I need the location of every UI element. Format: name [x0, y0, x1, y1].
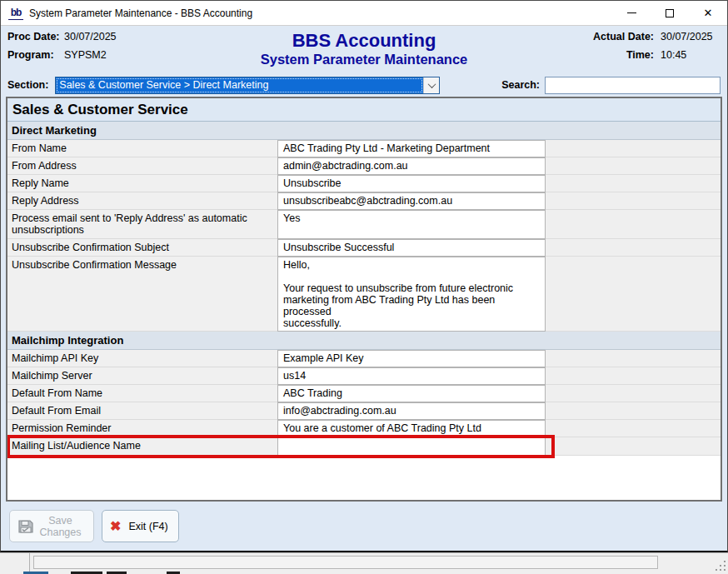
table-row: Mailchimp API KeyExample API Key — [7, 350, 721, 367]
table-row: Unsubscribe Confirmation SubjectUnsubscr… — [7, 239, 721, 257]
param-label: Mailchimp Server — [7, 367, 277, 385]
bbs-logo-icon: bb — [8, 7, 23, 20]
time-label: Time: — [626, 49, 654, 61]
param-label: Unsubscribe Confirmation Subject — [7, 239, 277, 257]
button-bar: Save Changes ✖ Exit (F4) — [1, 502, 727, 551]
param-value-field[interactable]: Example API Key — [277, 350, 546, 367]
param-spare-cell — [546, 420, 721, 437]
param-spare-cell — [546, 140, 721, 157]
param-label: Mailing List/Audience Name — [7, 437, 277, 456]
section-dropdown-value[interactable]: Sales & Customer Service > Direct Market… — [56, 77, 423, 93]
param-value-field[interactable]: You are a customer of ABC Trading Pty Lt… — [277, 420, 546, 437]
save-changes-label: Save Changes — [37, 515, 83, 538]
param-spare-cell — [546, 402, 721, 420]
group-header: Mailchimp Integration — [7, 332, 721, 350]
param-label: Mailchimp API Key — [7, 350, 277, 367]
time-value: 10:45 — [661, 49, 721, 61]
param-spare-cell — [546, 210, 721, 239]
param-value-field[interactable]: Yes — [277, 210, 546, 239]
parameter-table-body: Direct MarketingFrom NameABC Trading Pty… — [7, 122, 721, 456]
close-button[interactable]: ✕ — [689, 1, 727, 25]
param-spare-cell — [546, 367, 721, 385]
table-row: Reply Addressunsubscribeabc@abctrading.c… — [7, 192, 721, 210]
proc-date-label: Proc Date: — [7, 31, 64, 42]
param-spare-cell — [546, 437, 721, 456]
save-changes-button[interactable]: Save Changes — [9, 510, 94, 542]
background-statusbar — [0, 552, 728, 574]
app-window: bb System Parameter Maintenance - BBS Ac… — [0, 0, 728, 552]
close-icon: ✕ — [704, 7, 713, 18]
param-value-field[interactable]: admin@abctrading.com.au — [277, 157, 546, 175]
table-row: Mailing List/Audience Name — [7, 437, 721, 456]
statusbar-main-cell — [33, 556, 658, 569]
table-row: Default From Emailinfo@abctrading.com.au — [7, 402, 721, 420]
param-value-field[interactable]: unsubscribeabc@abctrading.com.au — [277, 192, 546, 210]
param-label: Process email sent to 'Reply Address' as… — [7, 210, 277, 239]
param-value-field[interactable]: info@abctrading.com.au — [277, 402, 546, 420]
exit-label: Exit (F4) — [128, 521, 167, 532]
param-label: Permission Reminder — [7, 420, 277, 437]
param-value-field[interactable]: Unsubscribe Successful — [277, 239, 546, 257]
app-header: Proc Date: 30/07/2025 Program: SYPSM2 BB… — [1, 26, 727, 73]
resize-grip-icon[interactable] — [716, 561, 726, 571]
search-label: Search: — [501, 79, 540, 91]
chevron-down-icon — [427, 80, 436, 88]
param-value-field[interactable]: Hello, Your request to unsubscribe from … — [277, 257, 546, 332]
section-dropdown[interactable]: Sales & Customer Service > Direct Market… — [55, 77, 440, 94]
program-label: Program: — [7, 49, 64, 61]
param-value-field[interactable]: us14 — [277, 367, 546, 385]
parameter-panel: Sales & Customer Service Direct Marketin… — [6, 97, 722, 502]
maximize-icon — [666, 9, 674, 17]
param-value-field[interactable]: ABC Trading Pty Ltd - Marketing Departme… — [277, 140, 546, 157]
param-value-field[interactable]: Unsubscribe — [277, 175, 546, 192]
param-spare-cell — [546, 192, 721, 210]
table-row: From Addressadmin@abctrading.com.au — [7, 157, 721, 175]
save-floppy-icon — [17, 518, 34, 535]
param-value-field[interactable] — [277, 437, 546, 456]
table-row: Reply NameUnsubscribe — [7, 175, 721, 192]
param-spare-cell — [546, 257, 721, 332]
actual-date-label: Actual Date: — [593, 31, 654, 42]
statusbar-left-cell — [0, 553, 30, 572]
section-header: Sales & Customer Service — [7, 98, 721, 122]
table-row: Default From NameABC Trading — [7, 385, 721, 402]
exit-x-icon: ✖ — [110, 520, 121, 533]
exit-button[interactable]: ✖ Exit (F4) — [102, 510, 179, 542]
minimize-button[interactable] — [612, 1, 651, 25]
group-header: Direct Marketing — [7, 122, 721, 140]
table-filler — [7, 456, 721, 500]
page-title: BBS Accounting — [242, 31, 486, 51]
table-row: From NameABC Trading Pty Ltd - Marketing… — [7, 140, 721, 157]
param-spare-cell — [546, 239, 721, 257]
table-row: Process email sent to 'Reply Address' as… — [7, 210, 721, 239]
program-value: SYPSM2 — [64, 49, 107, 61]
param-label: From Name — [7, 140, 277, 157]
param-spare-cell — [546, 350, 721, 367]
param-label: Reply Address — [7, 192, 277, 210]
section-toolbar: Section: Sales & Customer Service > Dire… — [1, 73, 727, 97]
table-row: Unsubscribe Confirmation MessageHello, Y… — [7, 257, 721, 332]
param-label: Reply Name — [7, 175, 277, 192]
section-dropdown-button[interactable] — [423, 77, 439, 93]
param-value-field[interactable]: ABC Trading — [277, 385, 546, 402]
minimize-icon — [627, 12, 636, 13]
param-spare-cell — [546, 157, 721, 175]
table-row: Mailchimp Serverus14 — [7, 367, 721, 385]
param-spare-cell — [546, 385, 721, 402]
maximize-button[interactable] — [651, 1, 689, 25]
actual-date-value: 30/07/2025 — [661, 31, 721, 42]
param-label: Unsubscribe Confirmation Message — [7, 257, 277, 332]
table-row: Permission ReminderYou are a customer of… — [7, 420, 721, 437]
page-subtitle: System Parameter Maintenance — [242, 51, 486, 67]
section-label: Section: — [7, 79, 48, 91]
content-area: Sales & Customer Service Direct Marketin… — [1, 97, 727, 502]
param-label: Default From Email — [7, 402, 277, 420]
proc-date-value: 30/07/2025 — [64, 31, 117, 42]
param-label: From Address — [7, 157, 277, 175]
window-title: System Parameter Maintenance - BBS Accou… — [29, 7, 252, 19]
param-label: Default From Name — [7, 385, 277, 402]
search-input[interactable] — [545, 77, 721, 94]
titlebar: bb System Parameter Maintenance - BBS Ac… — [1, 1, 727, 26]
param-spare-cell — [546, 175, 721, 192]
window-controls: ✕ — [612, 1, 727, 25]
